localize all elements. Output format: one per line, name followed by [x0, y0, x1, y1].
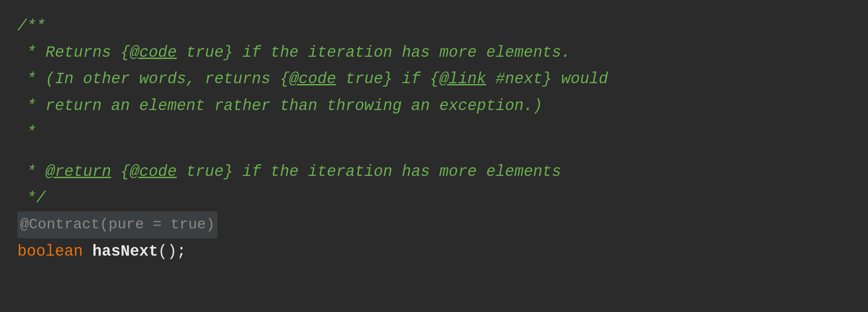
- comment-end: */: [17, 185, 46, 211]
- comment-text-8: {: [111, 159, 130, 185]
- comment-text-4: true} if {: [336, 66, 440, 92]
- keyword-boolean: boolean: [17, 238, 83, 265]
- atcode-tag-2: @code: [289, 66, 336, 92]
- code-line-8: */: [17, 185, 851, 211]
- code-line-7: * @return {@code true} if the iteration …: [17, 159, 851, 185]
- annotation: @Contract(pure = true): [17, 211, 217, 238]
- comment-text-9: true} if the iteration has more elements: [177, 159, 561, 185]
- code-line-1: /**: [17, 13, 851, 39]
- atlink-tag: @link: [439, 66, 486, 92]
- code-editor: /** * Returns {@code true} if the iterat…: [0, 0, 868, 278]
- comment-text-3: * (In other words, returns {: [17, 66, 289, 92]
- atcode-tag-1: @code: [130, 39, 177, 66]
- comment-text-6: * return an element rather than throwing…: [17, 93, 542, 119]
- comment-text-7: *: [17, 159, 46, 185]
- comment-start: /**: [17, 13, 46, 39]
- comment-text-5: #next} would: [486, 66, 608, 92]
- blank-line: [17, 146, 851, 159]
- method-parens: ();: [158, 238, 186, 265]
- comment-text-2: true} if the iteration has more elements…: [177, 39, 570, 66]
- code-line-2: * Returns {@code true} if the iteration …: [17, 39, 851, 66]
- code-line-3: * (In other words, returns {@code true} …: [17, 66, 851, 92]
- code-line-5: *: [17, 119, 851, 146]
- space: [83, 238, 92, 265]
- comment-text: * Returns {: [17, 39, 130, 66]
- atreturn-tag: @return: [46, 159, 111, 185]
- method-name: hasNext: [92, 238, 158, 265]
- code-line-4: * return an element rather than throwing…: [17, 93, 851, 119]
- atcode-tag-3: @code: [130, 159, 177, 185]
- code-line-9: @Contract(pure = true): [17, 211, 851, 238]
- code-line-10: boolean hasNext();: [17, 238, 851, 265]
- comment-asterisk: *: [17, 119, 36, 146]
